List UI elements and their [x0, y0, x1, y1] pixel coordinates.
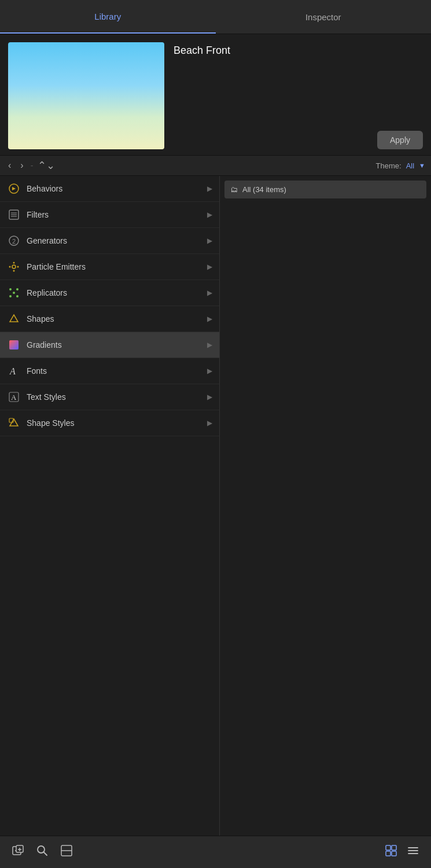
- preview-info: Beach Front Apply: [174, 42, 423, 149]
- shapes-icon: [7, 312, 21, 326]
- svg-text:A: A: [11, 393, 17, 402]
- sidebar-item-text-styles[interactable]: AText Styles▶: [0, 384, 219, 410]
- svg-point-14: [16, 288, 19, 290]
- search-button[interactable]: [36, 844, 49, 860]
- theme-chevron-icon: ▼: [419, 162, 425, 169]
- sidebar-item-behaviors[interactable]: Behaviors▶: [0, 176, 219, 202]
- svg-point-13: [9, 288, 12, 290]
- fonts-icon: A: [7, 364, 21, 378]
- right-panel: 🗂 All (34 items): [220, 176, 431, 861]
- replicators-icon: [7, 286, 21, 300]
- svg-point-9: [13, 270, 15, 272]
- text-styles-label: Text Styles: [27, 392, 207, 402]
- shape-styles-label: Shape Styles: [27, 418, 207, 428]
- particle-emitters-icon: [7, 260, 21, 274]
- apply-button[interactable]: Apply: [377, 131, 423, 149]
- shapes-arrow: ▶: [207, 315, 212, 323]
- particle-emitters-label: Particle Emitters: [27, 262, 207, 271]
- behaviors-label: Behaviors: [27, 184, 207, 193]
- filters-label: Filters: [27, 210, 207, 219]
- svg-rect-34: [386, 851, 391, 856]
- text-styles-icon: A: [7, 390, 21, 404]
- layout-button[interactable]: [60, 844, 73, 860]
- sidebar-item-replicators[interactable]: Replicators▶: [0, 280, 219, 306]
- preview-title: Beach Front: [174, 42, 423, 57]
- bottom-right-buttons: [385, 844, 419, 860]
- next-button[interactable]: ›: [18, 159, 25, 172]
- behaviors-icon: [7, 182, 21, 196]
- shape-styles-icon: [7, 416, 21, 430]
- sidebar-item-fonts[interactable]: AFonts▶: [0, 358, 219, 384]
- tab-inspector-label: Inspector: [305, 12, 341, 22]
- svg-point-15: [9, 295, 12, 297]
- new-button[interactable]: [12, 844, 24, 860]
- svg-point-16: [16, 295, 19, 297]
- gradients-icon: [7, 338, 21, 352]
- grid-view-button[interactable]: [385, 844, 397, 860]
- svg-point-8: [13, 262, 15, 264]
- svg-rect-35: [392, 851, 396, 856]
- svg-rect-32: [386, 845, 391, 850]
- bottom-toolbar: [0, 836, 431, 868]
- preview-thumbnail: [8, 42, 164, 149]
- svg-point-11: [17, 266, 19, 268]
- svg-rect-33: [392, 845, 396, 850]
- tab-library-label: Library: [94, 12, 121, 21]
- generators-arrow: ▶: [207, 237, 212, 245]
- toolbar-row: ‹ › - ⌃⌄ Theme: All ▼: [0, 155, 431, 176]
- gradients-arrow: ▶: [207, 341, 212, 349]
- menu-button[interactable]: [407, 844, 419, 860]
- text-styles-arrow: ▶: [207, 393, 212, 401]
- fonts-arrow: ▶: [207, 367, 212, 375]
- sidebar-item-shape-styles[interactable]: Shape Styles▶: [0, 410, 219, 436]
- sidebar-item-filters[interactable]: Filters▶: [0, 202, 219, 228]
- shapes-label: Shapes: [27, 314, 207, 323]
- tab-inspector[interactable]: Inspector: [216, 0, 432, 34]
- updown-button[interactable]: ⌃⌄: [38, 159, 55, 172]
- svg-point-12: [13, 292, 15, 294]
- sidebar-item-gradients[interactable]: Gradients▶: [0, 332, 219, 358]
- svg-line-29: [44, 852, 47, 856]
- fonts-label: Fonts: [27, 366, 207, 376]
- generators-label: Generators: [27, 236, 207, 245]
- toolbar-divider: -: [31, 161, 34, 170]
- all-items-label: All (34 items): [242, 185, 286, 194]
- replicators-arrow: ▶: [207, 289, 212, 297]
- svg-point-7: [12, 265, 16, 269]
- sidebar-item-generators[interactable]: 2Generators▶: [0, 228, 219, 254]
- preview-area: Beach Front Apply: [0, 34, 431, 155]
- svg-text:A: A: [9, 366, 16, 376]
- filters-arrow: ▶: [207, 211, 212, 219]
- gradients-label: Gradients: [27, 340, 207, 350]
- prev-button[interactable]: ‹: [6, 159, 13, 172]
- generators-icon: 2: [7, 234, 21, 248]
- sidebar: Behaviors▶Filters▶2Generators▶Particle E…: [0, 176, 220, 861]
- behaviors-arrow: ▶: [207, 185, 212, 193]
- theme-select[interactable]: All: [406, 161, 414, 170]
- header-tabs: Library Inspector: [0, 0, 431, 34]
- theme-label: Theme:: [376, 161, 401, 170]
- folder-icon: 🗂: [230, 185, 238, 194]
- main-content: Behaviors▶Filters▶2Generators▶Particle E…: [0, 176, 431, 861]
- sidebar-item-shapes[interactable]: Shapes▶: [0, 306, 219, 332]
- shape-styles-arrow: ▶: [207, 419, 212, 427]
- particle-emitters-arrow: ▶: [207, 263, 212, 271]
- sidebar-item-particle-emitters[interactable]: Particle Emitters▶: [0, 254, 219, 280]
- tab-library[interactable]: Library: [0, 0, 216, 34]
- svg-point-10: [9, 266, 11, 268]
- replicators-label: Replicators: [27, 288, 207, 297]
- svg-text:2: 2: [12, 238, 16, 245]
- all-items-row[interactable]: 🗂 All (34 items): [224, 181, 426, 198]
- svg-rect-17: [9, 340, 19, 350]
- filters-icon: [7, 208, 21, 222]
